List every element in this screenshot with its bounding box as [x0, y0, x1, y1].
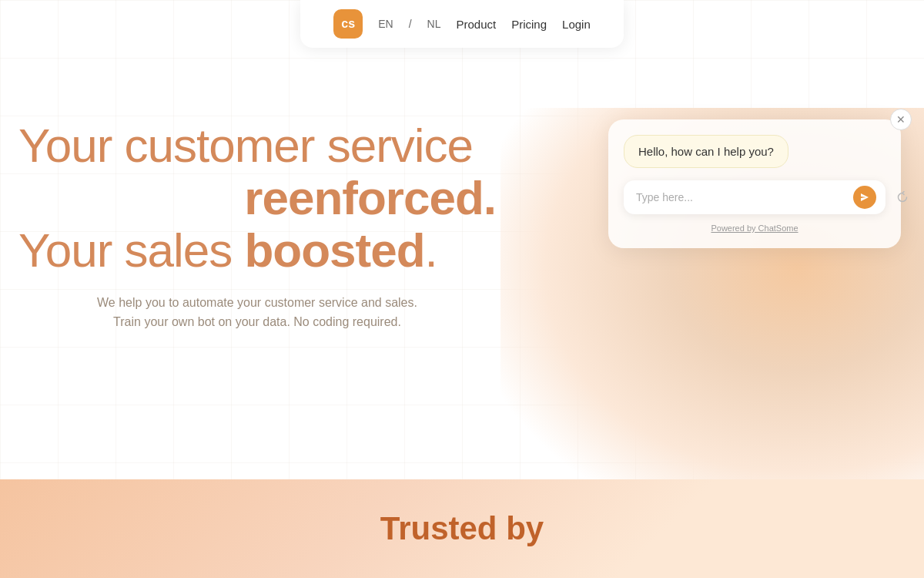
bottom-section: Trusted by: [0, 479, 924, 578]
hero-line3-bold: boosted: [244, 223, 424, 277]
hero-line3: Your sales boosted.: [18, 224, 496, 277]
chat-close-button[interactable]: ✕: [890, 109, 912, 130]
nav-login[interactable]: Login: [562, 18, 591, 31]
chat-widget: ✕ Hello, how can I help you? Type here..…: [608, 119, 901, 248]
hero-subtitle-line1: We help you to automate your customer se…: [18, 293, 496, 313]
chat-input-area: Type here...: [624, 180, 886, 214]
chat-greeting-bubble: Hello, how can I help you?: [624, 135, 788, 168]
nav-product[interactable]: Product: [456, 18, 496, 31]
chat-greeting-text: Hello, how can I help you?: [638, 145, 774, 158]
hero-subtitle: We help you to automate your customer se…: [18, 293, 496, 332]
hero-section: Your customer service reenforced. Your s…: [18, 119, 496, 332]
trusted-by-title: Trusted by: [380, 510, 544, 547]
chat-send-button[interactable]: [853, 186, 876, 209]
hero-line2: reenforced.: [18, 172, 496, 224]
navbar: cs EN / NL Product Pricing Login: [300, 0, 624, 48]
logo-icon[interactable]: cs: [333, 9, 363, 39]
powered-by-text: Powered by ChatSome: [711, 223, 798, 233]
hero-subtitle-line2: Train your own bot on your data. No codi…: [18, 312, 496, 332]
hero-line3-normal: Your sales: [18, 223, 244, 277]
lang-en[interactable]: EN: [378, 18, 393, 30]
nav-pricing[interactable]: Pricing: [511, 18, 547, 31]
hero-line3-end: .: [425, 223, 437, 277]
lang-nl[interactable]: NL: [427, 18, 441, 30]
send-icon: [860, 193, 869, 202]
lang-separator: /: [409, 18, 412, 30]
chat-powered-by[interactable]: Powered by ChatSome: [624, 223, 886, 233]
chat-refresh-button[interactable]: [892, 187, 913, 208]
logo-text: cs: [341, 17, 355, 31]
refresh-icon: [896, 191, 909, 203]
chat-input-placeholder: Type here...: [636, 191, 847, 203]
hero-line1: Your customer service: [18, 119, 496, 172]
